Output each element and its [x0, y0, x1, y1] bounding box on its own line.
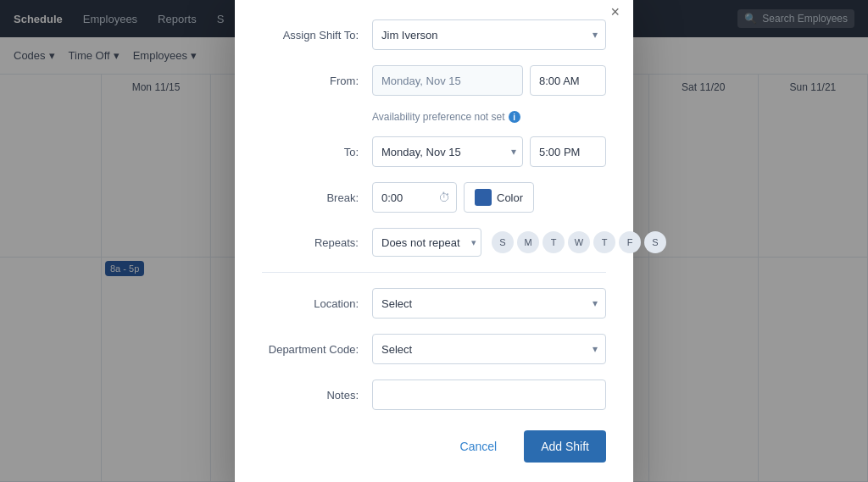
add-shift-button[interactable]: Add Shift — [524, 430, 606, 463]
day-btn-tue[interactable]: T — [542, 231, 565, 253]
department-label: Department Code: — [262, 343, 372, 356]
assign-row: Assign Shift To: Jim Iverson ▾ — [262, 19, 606, 50]
repeats-inputs: Does not repeat ▾ S M T W T F S — [372, 228, 666, 257]
to-label: To: — [262, 146, 372, 158]
day-btn-sun[interactable]: S — [492, 231, 514, 253]
divider — [262, 272, 606, 273]
repeats-label: Repeats: — [262, 236, 372, 249]
break-input-wrapper: ⏱ — [372, 182, 457, 213]
from-time[interactable]: 8:00 AM — [530, 65, 606, 96]
day-btn-wed[interactable]: W — [568, 231, 590, 253]
location-select[interactable]: Select — [372, 288, 606, 319]
from-label: From: — [262, 75, 372, 87]
location-select-wrapper: Select ▾ — [372, 288, 606, 319]
day-btn-fri[interactable]: F — [619, 231, 641, 253]
break-row: Break: ⏱ Color — [262, 182, 606, 213]
from-inputs: Monday, Nov 15 8:00 AM — [372, 65, 606, 96]
day-buttons: S M T W T F S — [492, 231, 666, 253]
availability-notice: Availability preference not set i — [372, 111, 606, 123]
color-button[interactable]: Color — [464, 182, 534, 213]
break-inputs: ⏱ Color — [372, 182, 606, 213]
to-inputs: Monday, Nov 15 ▾ 5:00 PM — [372, 136, 606, 167]
repeats-row: Repeats: Does not repeat ▾ S M T W T F S — [262, 228, 606, 257]
day-btn-mon[interactable]: M — [517, 231, 539, 253]
cancel-button[interactable]: Cancel — [443, 430, 515, 463]
to-row: To: Monday, Nov 15 ▾ 5:00 PM — [262, 136, 606, 167]
notes-label: Notes: — [262, 389, 372, 402]
break-label: Break: — [262, 191, 372, 204]
clock-icon: ⏱ — [438, 191, 450, 204]
info-icon[interactable]: i — [509, 111, 520, 123]
notes-row: Notes: — [262, 380, 606, 410]
modal-overlay: × Assign Shift To: Jim Iverson ▾ From: M… — [0, 0, 868, 482]
to-date-select[interactable]: Monday, Nov 15 — [372, 136, 523, 167]
modal-footer: Cancel Add Shift — [262, 430, 606, 463]
close-button[interactable]: × — [610, 4, 620, 19]
to-date-wrapper: Monday, Nov 15 ▾ — [372, 136, 523, 167]
repeats-select-wrapper: Does not repeat ▾ — [372, 228, 481, 257]
color-label: Color — [497, 191, 523, 204]
from-date: Monday, Nov 15 — [372, 65, 523, 96]
availability-text: Availability preference not set — [372, 111, 505, 123]
from-row: From: Monday, Nov 15 8:00 AM — [262, 65, 606, 96]
location-row: Location: Select ▾ — [262, 288, 606, 319]
day-btn-thu[interactable]: T — [593, 231, 615, 253]
repeats-select[interactable]: Does not repeat — [372, 228, 481, 257]
color-swatch — [475, 189, 492, 206]
location-label: Location: — [262, 297, 372, 310]
assign-label: Assign Shift To: — [262, 29, 372, 42]
to-time[interactable]: 5:00 PM — [530, 136, 606, 167]
modal: × Assign Shift To: Jim Iverson ▾ From: M… — [235, 0, 633, 482]
department-select-wrapper: Select ▾ — [372, 334, 606, 364]
notes-input[interactable] — [372, 380, 606, 410]
department-select[interactable]: Select — [372, 334, 606, 364]
day-btn-sat[interactable]: S — [644, 231, 666, 253]
department-row: Department Code: Select ▾ — [262, 334, 606, 364]
assign-select-wrapper: Jim Iverson ▾ — [372, 19, 606, 50]
assign-select[interactable]: Jim Iverson — [372, 19, 606, 50]
